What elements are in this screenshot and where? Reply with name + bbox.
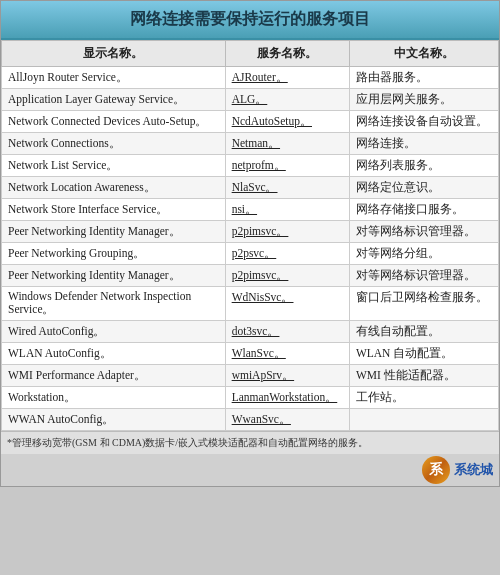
table-cell: Network Location Awareness。: [2, 177, 226, 199]
table-cell: NcdAutoSetup。: [225, 111, 349, 133]
table-row: Windows Defender Network Inspection Serv…: [2, 287, 499, 321]
table-row: Network List Service。netprofm。网络列表服务。: [2, 155, 499, 177]
table-cell: 有线自动配置。: [349, 321, 498, 343]
table-cell: 网络定位意识。: [349, 177, 498, 199]
table-cell: Network Connections。: [2, 133, 226, 155]
table-row: Peer Networking Grouping。p2psvc。对等网络分组。: [2, 243, 499, 265]
table-header-row: 显示名称。 服务名称。 中文名称。: [2, 41, 499, 67]
services-table: 显示名称。 服务名称。 中文名称。 AllJoyn Router Service…: [1, 40, 499, 431]
table-cell: 对等网络标识管理器。: [349, 221, 498, 243]
table-cell: AJRouter。: [225, 67, 349, 89]
table-row: WLAN AutoConfig。WlanSvc。WLAN 自动配置。: [2, 343, 499, 365]
table-cell: 网络连接。: [349, 133, 498, 155]
table-cell: WLAN AutoConfig。: [2, 343, 226, 365]
table-container: 显示名称。 服务名称。 中文名称。 AllJoyn Router Service…: [1, 40, 499, 431]
footer-note: *管理移动宽带(GSM 和 CDMA)数据卡/嵌入式模块适配器和自动配置网络的服…: [1, 431, 499, 454]
table-cell: nsi。: [225, 199, 349, 221]
table-cell: Network Connected Devices Auto-Setup。: [2, 111, 226, 133]
table-cell: Application Layer Gateway Service。: [2, 89, 226, 111]
table-cell: AllJoyn Router Service。: [2, 67, 226, 89]
table-cell: p2pimsvc。: [225, 265, 349, 287]
table-row: Network Connected Devices Auto-Setup。Ncd…: [2, 111, 499, 133]
table-row: AllJoyn Router Service。AJRouter。路由器服务。: [2, 67, 499, 89]
table-row: Application Layer Gateway Service。ALG。应用…: [2, 89, 499, 111]
table-row: Peer Networking Identity Manager。p2pimsv…: [2, 265, 499, 287]
table-cell: Netman。: [225, 133, 349, 155]
page-title: 网络连接需要保持运行的服务项目: [1, 1, 499, 40]
table-cell: 对等网络分组。: [349, 243, 498, 265]
header-display: 显示名称。: [2, 41, 226, 67]
table-cell: Network Store Interface Service。: [2, 199, 226, 221]
table-cell: 窗口后卫网络检查服务。: [349, 287, 498, 321]
table-body: AllJoyn Router Service。AJRouter。路由器服务。Ap…: [2, 67, 499, 431]
table-cell: NlaSvc。: [225, 177, 349, 199]
header-chinese: 中文名称。: [349, 41, 498, 67]
watermark: 系 系统城: [422, 456, 493, 484]
table-cell: 网络连接设备自动设置。: [349, 111, 498, 133]
table-cell: 工作站。: [349, 387, 498, 409]
table-cell: Workstation。: [2, 387, 226, 409]
table-cell: [349, 409, 498, 431]
table-cell: WwanSvc。: [225, 409, 349, 431]
table-cell: dot3svc。: [225, 321, 349, 343]
header-service: 服务名称。: [225, 41, 349, 67]
table-cell: 对等网络标识管理器。: [349, 265, 498, 287]
table-cell: WMI 性能适配器。: [349, 365, 498, 387]
table-cell: Windows Defender Network Inspection Serv…: [2, 287, 226, 321]
table-cell: Peer Networking Identity Manager。: [2, 221, 226, 243]
table-row: Wired AutoConfig。dot3svc。有线自动配置。: [2, 321, 499, 343]
table-cell: p2psvc。: [225, 243, 349, 265]
table-cell: 网络存储接口服务。: [349, 199, 498, 221]
table-cell: Peer Networking Identity Manager。: [2, 265, 226, 287]
watermark-logo-icon: 系: [422, 456, 450, 484]
page-wrapper: 网络连接需要保持运行的服务项目 显示名称。 服务名称。 中文名称。 AllJoy…: [0, 0, 500, 487]
table-cell: Network List Service。: [2, 155, 226, 177]
table-cell: WWAN AutoConfig。: [2, 409, 226, 431]
table-cell: Wired AutoConfig。: [2, 321, 226, 343]
table-row: Peer Networking Identity Manager。p2pimsv…: [2, 221, 499, 243]
table-cell: wmiApSrv。: [225, 365, 349, 387]
table-row: Network Connections。Netman。网络连接。: [2, 133, 499, 155]
table-cell: p2pimsvc。: [225, 221, 349, 243]
table-row: WWAN AutoConfig。WwanSvc。: [2, 409, 499, 431]
table-row: Network Store Interface Service。nsi。网络存储…: [2, 199, 499, 221]
table-cell: netprofm。: [225, 155, 349, 177]
table-cell: 应用层网关服务。: [349, 89, 498, 111]
watermark-logo-char: 系: [429, 461, 443, 479]
watermark-row: 系 系统城: [1, 454, 499, 486]
table-cell: WlanSvc。: [225, 343, 349, 365]
table-cell: WLAN 自动配置。: [349, 343, 498, 365]
table-cell: 网络列表服务。: [349, 155, 498, 177]
table-row: WMI Performance Adapter。wmiApSrv。WMI 性能适…: [2, 365, 499, 387]
table-row: Workstation。LanmanWorkstation。工作站。: [2, 387, 499, 409]
table-cell: WdNisSvc。: [225, 287, 349, 321]
table-row: Network Location Awareness。NlaSvc。网络定位意识…: [2, 177, 499, 199]
table-cell: 路由器服务。: [349, 67, 498, 89]
table-cell: Peer Networking Grouping。: [2, 243, 226, 265]
table-cell: WMI Performance Adapter。: [2, 365, 226, 387]
table-cell: LanmanWorkstation。: [225, 387, 349, 409]
watermark-site-text: 系统城: [454, 461, 493, 479]
table-cell: ALG。: [225, 89, 349, 111]
